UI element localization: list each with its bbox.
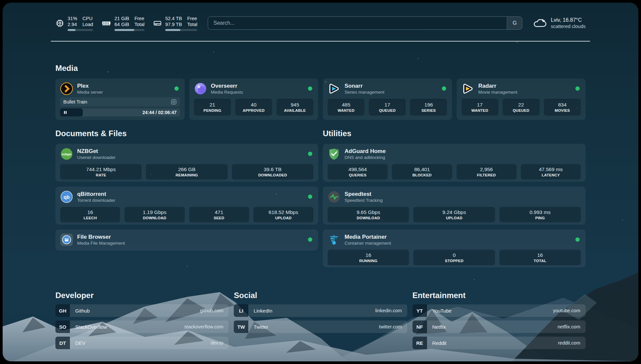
bookmark-abbr: RE	[412, 337, 427, 349]
bookmark-stackoverflow[interactable]: SO StackOverflowstackoverflow.com	[55, 320, 229, 333]
stat-remaining: 266 GBREMAINING	[146, 164, 228, 180]
bookmark-twitter[interactable]: TW Twittertwitter.com	[234, 320, 407, 333]
bookmark-url: youtube.com	[553, 308, 580, 313]
status-dot-online	[575, 237, 580, 242]
app-card-overseerr[interactable]: Overseerr Media Requests 21PENDING 40APP…	[189, 78, 319, 120]
disk-free: 52.4 TB	[165, 15, 182, 21]
status-dot-online	[308, 152, 312, 156]
section-title-documents: Documents & Files	[55, 129, 318, 138]
memory-label-2: Total	[135, 21, 145, 27]
stat-ping: 0.993 msPING	[499, 207, 581, 223]
app-desc-filebrowser: Media File Management	[77, 240, 125, 246]
cpu-icon	[55, 19, 64, 28]
app-card-plex[interactable]: Plex Media server Bullet Train	[55, 78, 185, 120]
bookmark-name: LinkedIn	[254, 308, 272, 314]
stat-download: 1.19 GbpsDOWNLOAD	[124, 207, 185, 223]
app-name-sonarr: Sonarr	[345, 82, 384, 89]
app-name-plex: Plex	[77, 82, 103, 89]
sonarr-icon	[327, 82, 341, 95]
bookmark-url: dev.to	[211, 340, 223, 346]
status-dot-online	[308, 237, 312, 242]
stat-approved: 40APPROVED	[235, 99, 272, 116]
app-card-qbittorrent[interactable]: qb qBittorrent Torrent downloader 16LEEC…	[55, 187, 318, 225]
stat-download: 9.65 GbpsDOWNLOAD	[327, 207, 409, 223]
memory-label-1: Free	[135, 15, 145, 21]
bookmark-github[interactable]: GH Githubgithub.com	[55, 304, 229, 317]
bookmark-linkedin[interactable]: LI LinkedInlinkedin.com	[234, 304, 407, 317]
search-input[interactable]	[208, 17, 507, 29]
section-title-developer: Developer	[55, 290, 229, 300]
app-name-filebrowser: File Browser	[77, 233, 125, 240]
app-desc-speedtest: Speedtest Tracking	[345, 197, 383, 203]
nzbget-icon: nzbget	[60, 147, 73, 161]
stat-upload: 618.52 MbpsUPLOAD	[253, 207, 314, 223]
stat-movies: 834MOVIES	[544, 99, 581, 116]
app-card-radarr[interactable]: Radarr Movie management 17WANTED 22QUEUE…	[457, 78, 586, 120]
bookmark-netflix[interactable]: NF Netflixnetflix.com	[412, 320, 586, 333]
weather-condition: scattered clouds	[551, 23, 586, 30]
bookmark-abbr: YT	[412, 304, 427, 317]
stat-queued: 22QUEUED	[503, 99, 540, 116]
pause-icon[interactable]	[63, 110, 67, 114]
app-card-adguard[interactable]: AdGuard Home DNS and adblocking 498,564Q…	[323, 144, 586, 182]
app-desc-adguard: DNS and adblocking	[345, 155, 386, 160]
stat-queued: 17QUEUED	[369, 99, 406, 116]
bookmark-name: YouTube	[432, 308, 452, 314]
section-entertainment: Entertainment YT YouTubeyoutube.com NF N…	[412, 290, 586, 353]
section-social: Social LI LinkedInlinkedin.com TW Twitte…	[234, 290, 407, 353]
bookmark-abbr: NF	[412, 320, 427, 333]
stat-downloaded: 39.6 TBDOWNLOADED	[232, 164, 314, 180]
app-card-portainer[interactable]: Media Portainer Container management 16R…	[323, 229, 586, 267]
bookmark-name: Twitter	[254, 324, 268, 330]
bookmark-dev[interactable]: DT DEVdev.to	[55, 337, 229, 349]
plex-icon	[60, 82, 73, 95]
memory-progress-bar	[114, 29, 144, 31]
dashboard-window: 31%2.94 CPULoad 21 GiB64 GiB	[3, 3, 638, 361]
search-engine-button[interactable]: G	[507, 17, 522, 29]
app-card-speedtest[interactable]: Speedtest Speedtest Tracking 9.65 GbpsDO…	[323, 187, 586, 225]
app-desc-radarr: Movie management	[478, 89, 518, 95]
disk-label-1: Free	[187, 15, 198, 21]
speedtest-icon	[327, 190, 341, 203]
app-name-qbittorrent: qBittorrent	[77, 191, 115, 197]
stat-wanted: 17WANTED	[461, 99, 499, 116]
bookmark-url: reddit.com	[558, 340, 580, 346]
media-type-icon	[171, 99, 177, 105]
playback-progress-bar[interactable]: 24:44 / 02:06:47	[60, 108, 180, 116]
now-playing-title: Bullet Train	[63, 99, 87, 105]
stat-queries: 498,564QUERIES	[327, 164, 388, 180]
status-dot-online	[308, 86, 312, 91]
now-playing-row: Bullet Train	[60, 97, 180, 106]
app-desc-portainer: Container management	[345, 240, 391, 246]
app-desc-plex: Media server	[77, 89, 103, 95]
section-title-social: Social	[234, 290, 407, 300]
app-name-speedtest: Speedtest	[345, 191, 383, 197]
app-desc-qbittorrent: Torrent downloader	[77, 197, 115, 203]
app-card-filebrowser[interactable]: File Browser Media File Management	[55, 229, 318, 251]
status-dot-online	[442, 86, 446, 91]
svg-text:nzbget: nzbget	[62, 153, 72, 156]
system-stats: 31%2.94 CPULoad 21 GiB64 GiB	[55, 15, 197, 31]
bookmark-abbr: DT	[55, 337, 70, 349]
section-utilities: Utilities AdGuard Home DNS and adbl	[323, 129, 586, 267]
stat-filtered: 2,956FILTERED	[456, 164, 517, 180]
status-dot-online	[575, 86, 580, 91]
weather-location: Lviv, 16.87°C	[551, 16, 586, 23]
bookmark-youtube[interactable]: YT YouTubeyoutube.com	[412, 304, 586, 317]
app-name-portainer: Media Portainer	[345, 233, 391, 240]
memory-free: 21 GiB	[114, 15, 129, 21]
stat-upload: 9.24 GbpsUPLOAD	[413, 207, 495, 223]
qbittorrent-icon: qb	[60, 190, 73, 203]
stat-wanted: 485WANTED	[327, 99, 365, 116]
playback-time: 24:44 / 02:06:47	[142, 108, 177, 116]
bookmark-name: Github	[75, 308, 90, 314]
section-developer: Developer GH Githubgithub.com SO StackOv…	[55, 290, 229, 353]
app-card-nzbget[interactable]: nzbget NZBGet Usenet downloader 744.21 M…	[55, 144, 318, 182]
bookmark-reddit[interactable]: RE Redditreddit.com	[412, 337, 586, 349]
bookmark-name: Netflix	[432, 324, 446, 330]
app-desc-overseerr: Media Requests	[211, 89, 243, 95]
app-card-sonarr[interactable]: Sonarr Series management 485WANTED 17QUE…	[323, 78, 452, 120]
bookmark-abbr: TW	[234, 320, 248, 333]
stat-total: 16TOTAL	[499, 250, 581, 265]
stat-pending: 21PENDING	[194, 99, 231, 116]
